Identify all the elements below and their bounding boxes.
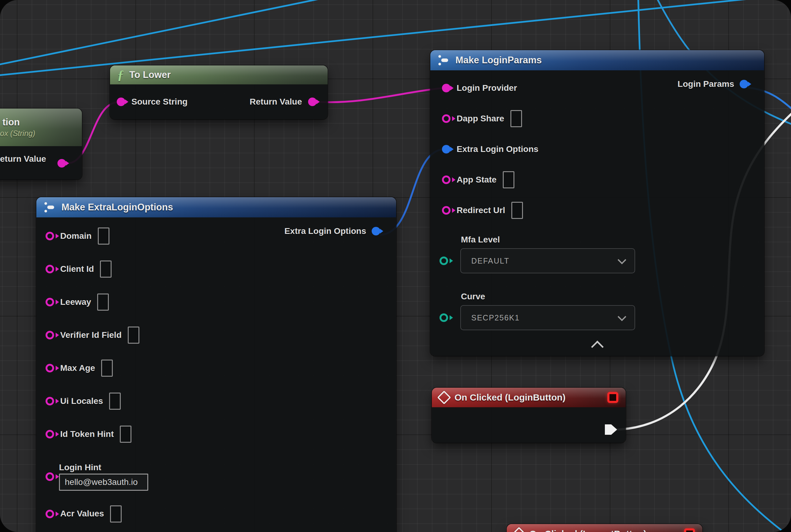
node-partial-function[interactable]: tion ox (String) eturn Value: [0, 109, 82, 179]
curve-dropdown[interactable]: SECP256K1: [460, 305, 635, 330]
login-provider-pin[interactable]: [442, 84, 450, 92]
debug-stop-icon: [607, 392, 618, 403]
pin-row-domain: Domain: [36, 220, 396, 252]
redirect-url-pin[interactable]: [442, 206, 450, 215]
node-title: To Lower: [129, 70, 171, 80]
dapp-share-value-box[interactable]: [510, 110, 522, 127]
pin-label: Domain: [60, 231, 92, 241]
node-header[interactable]: Make LoginParams: [430, 50, 764, 70]
pin-label: Ui Locales: [60, 397, 103, 406]
login-hint-pin[interactable]: [45, 472, 54, 481]
node-on-clicked-logout-button[interactable]: On Clicked (LogoutButton): [507, 524, 702, 532]
client-id-value-box[interactable]: [100, 261, 112, 278]
pin-row-dapp-share: Dapp Share: [430, 103, 764, 134]
app-state-value-box[interactable]: [503, 171, 515, 188]
chevron-down-icon: [618, 312, 626, 321]
domain-pin[interactable]: [45, 232, 54, 240]
dapp-share-pin[interactable]: [442, 114, 450, 123]
pin-label: Login Provider: [457, 83, 517, 93]
node-header[interactable]: tion ox (String): [0, 109, 82, 146]
event-icon: [437, 391, 451, 404]
mfa-level-label: Mfa Level: [461, 235, 764, 245]
node-header[interactable]: Make ExtraLoginOptions: [36, 197, 396, 217]
node-on-clicked-login-button[interactable]: On Clicked (LoginButton): [432, 388, 626, 443]
pure-function-icon: [117, 69, 124, 81]
mfa-level-value: DEFAULT: [471, 256, 509, 265]
max-age-pin[interactable]: [45, 364, 54, 373]
node-make-extra-login-options[interactable]: Make ExtraLoginOptions Domain Client Id …: [36, 197, 396, 532]
pin-row-curve: SECP256K1: [430, 305, 764, 330]
node-to-lower[interactable]: To Lower Source String Return Value: [110, 65, 328, 119]
pin-label: Client Id: [60, 264, 94, 274]
ui-locales-pin[interactable]: [45, 397, 54, 405]
output-pin-label: Extra Login Options: [284, 227, 366, 236]
background-wire-1[interactable]: [0, 0, 332, 65]
login-params-out-pin[interactable]: [740, 80, 748, 88]
pin-label: Max Age: [60, 363, 95, 373]
node-title: On Clicked (LogoutButton): [529, 529, 647, 532]
max-age-value-box[interactable]: [101, 360, 113, 377]
node-header[interactable]: On Clicked (LogoutButton): [507, 524, 702, 532]
pin-row-redirect-url: Redirect Url: [430, 195, 764, 226]
pin-row-mfa-level: DEFAULT: [430, 248, 764, 273]
pin-row-login-params-out: Login Params: [678, 79, 748, 89]
pin-label: Redirect Url: [457, 206, 505, 215]
acr-values-value-box[interactable]: [110, 506, 122, 522]
collapse-node-button[interactable]: [591, 341, 603, 353]
output-pin-label: eturn Value: [0, 154, 46, 164]
exec-out-pin[interactable]: [605, 424, 617, 435]
curve-value: SECP256K1: [471, 314, 520, 322]
extra-login-options-out-pin[interactable]: [372, 227, 380, 235]
domain-value-box[interactable]: [98, 227, 110, 245]
redirect-url-value-box[interactable]: [512, 202, 523, 219]
return-value-pin[interactable]: [57, 159, 66, 168]
login-hint-input[interactable]: hello@web3auth.io: [59, 474, 148, 491]
chevron-down-icon: [618, 255, 626, 264]
extra-login-options-in-pin[interactable]: [442, 145, 450, 153]
pin-row-extra-login-options-out: Extra Login Options: [284, 227, 380, 236]
curve-label: Curve: [461, 292, 764, 302]
verifier-id-field-value-box[interactable]: [128, 326, 139, 344]
pin-row-acr-values: Acr Values: [36, 497, 396, 530]
blueprint-graph-canvas[interactable]: tion ox (String) eturn Value To Lower So…: [0, 0, 791, 532]
pin-row-verifier-id-field: Verifier Id Field: [36, 319, 396, 352]
node-header[interactable]: To Lower: [110, 65, 328, 84]
node-make-login-params[interactable]: Make LoginParams Login Provider Dapp Sha…: [430, 50, 764, 356]
leeway-pin[interactable]: [45, 298, 54, 306]
ui-locales-value-box[interactable]: [109, 393, 121, 410]
app-state-pin[interactable]: [442, 175, 450, 184]
pin-label: Leeway: [60, 298, 91, 307]
wire-tolower-to-loginprovider[interactable]: [317, 88, 443, 102]
pin-label: Login Hint: [59, 463, 148, 472]
make-struct-icon: [44, 201, 56, 213]
output-pin-label: Return Value: [250, 97, 302, 107]
pin-label: Dapp Share: [457, 114, 504, 124]
id-token-hint-value-box[interactable]: [120, 425, 131, 443]
curve-pin[interactable]: [440, 314, 448, 322]
id-token-hint-pin[interactable]: [45, 430, 54, 438]
node-subtitle-fragment: ox (String): [0, 129, 35, 138]
pin-label: Verifier Id Field: [60, 330, 122, 340]
node-title-fragment: tion: [0, 117, 20, 128]
pin-label: Id Token Hint: [60, 430, 114, 439]
source-string-pin[interactable]: [117, 97, 125, 106]
pin-row-client-id: Client Id: [36, 252, 396, 286]
mfa-level-dropdown[interactable]: DEFAULT: [460, 248, 635, 273]
mfa-level-pin[interactable]: [440, 256, 448, 265]
node-title: On Clicked (LoginButton): [455, 392, 565, 403]
node-title: Make LoginParams: [456, 55, 542, 66]
acr-values-pin[interactable]: [45, 510, 54, 518]
client-id-pin[interactable]: [45, 265, 54, 273]
pin-row-app-state: App State: [430, 165, 764, 195]
debug-stop-icon: [684, 528, 695, 532]
node-title: Make ExtraLoginOptions: [61, 202, 173, 213]
return-value-pin[interactable]: [308, 97, 317, 106]
leeway-value-box[interactable]: [97, 293, 109, 311]
node-header[interactable]: On Clicked (LoginButton): [432, 388, 626, 407]
output-pin-label: Login Params: [678, 79, 734, 89]
pin-label: Acr Values: [60, 509, 104, 518]
make-struct-icon: [438, 54, 450, 66]
verifier-id-field-pin[interactable]: [45, 331, 54, 339]
pin-row-extra-login-options-in: Extra Login Options: [430, 134, 764, 165]
pin-row-login-hint: Login Hint hello@web3auth.io: [36, 463, 396, 491]
